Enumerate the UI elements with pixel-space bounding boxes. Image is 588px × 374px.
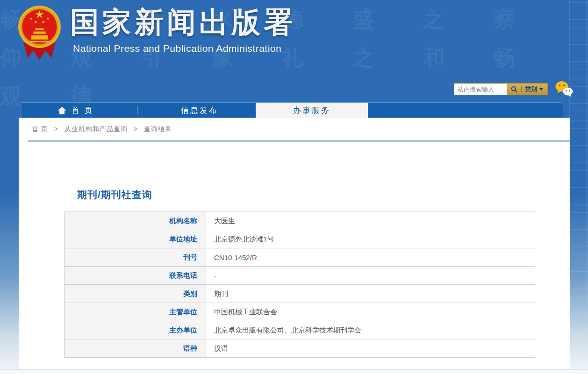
national-emblem-logo[interactable] bbox=[18, 2, 61, 62]
row-label: 主办单位 bbox=[65, 321, 206, 339]
search-button[interactable] bbox=[511, 86, 518, 93]
table-row: 类别 期刊 bbox=[65, 285, 535, 303]
category-dropdown[interactable]: 类别 bbox=[525, 85, 543, 93]
page-root: 畅 曲 之 水 德 盛 之 察 仰 观 引 豫 礼 之 和 畅 观 德 国家新闻… bbox=[0, 0, 588, 374]
page-title: 期刊/期刊社查询 bbox=[77, 188, 570, 201]
table-row: 单位地址 北京德外北沙滩1号 bbox=[65, 230, 535, 248]
table-row: 联系电话 - bbox=[65, 267, 535, 285]
row-label: 机构名称 bbox=[65, 212, 206, 230]
row-value: 汉语 bbox=[206, 339, 535, 358]
table-row: 语种 汉语 bbox=[65, 339, 535, 358]
content-panel: 首 页 > 从业机构和产品查询 > 查询结果 期刊/期刊社查询 机构名称 大医生… bbox=[19, 118, 570, 369]
row-value: 期刊 bbox=[206, 285, 535, 303]
nav-item-home[interactable]: 首 页 bbox=[57, 105, 94, 116]
search-input[interactable] bbox=[454, 84, 507, 95]
nav-item-news[interactable]: 信息发布 bbox=[181, 105, 218, 116]
table-row: 机构名称 大医生 bbox=[65, 212, 535, 230]
breadcrumb-underline bbox=[28, 141, 570, 141]
row-label: 语种 bbox=[65, 339, 206, 358]
site-title[interactable]: 国家新闻出版署 bbox=[70, 3, 296, 42]
right-edge-pattern bbox=[569, 0, 588, 322]
result-table: 机构名称 大医生 单位地址 北京德外北沙滩1号 刊号 CN10-1452/R 联… bbox=[64, 212, 535, 358]
table-row: 刊号 CN10-1452/R bbox=[65, 248, 535, 267]
nav-divider bbox=[137, 106, 137, 114]
nav-item-services[interactable]: 办事服务 bbox=[256, 103, 368, 118]
row-label: 联系电话 bbox=[65, 267, 206, 285]
row-value: 中国机械工业联合会 bbox=[206, 303, 535, 321]
wechat-icon[interactable] bbox=[554, 80, 574, 99]
site-subtitle: National Press and Publication Administr… bbox=[73, 43, 281, 54]
search-controls: 类别 bbox=[507, 84, 547, 95]
home-icon bbox=[57, 106, 66, 114]
site-search: 类别 bbox=[454, 83, 548, 95]
row-value: 北京德外北沙滩1号 bbox=[206, 230, 535, 248]
breadcrumb-home-link[interactable]: 首 页 bbox=[32, 125, 48, 133]
main-nav: 首 页 信息发布 办事服务 bbox=[22, 102, 563, 118]
row-label: 主管单位 bbox=[65, 303, 206, 321]
category-label: 类别 bbox=[525, 85, 537, 93]
row-value: - bbox=[206, 267, 535, 285]
row-value: 大医生 bbox=[206, 212, 535, 230]
table-row: 主办单位 北京卓众出版有限公司、北京科学技术期刊学会 bbox=[65, 321, 535, 339]
breadcrumb-query-link[interactable]: 从业机构和产品查询 bbox=[65, 125, 128, 133]
chevron-down-icon bbox=[539, 88, 543, 91]
search-divider bbox=[521, 86, 522, 92]
row-value: CN10-1452/R bbox=[206, 248, 535, 267]
breadcrumb-current: 查询结果 bbox=[144, 125, 172, 133]
row-value: 北京卓众出版有限公司、北京科学技术期刊学会 bbox=[206, 321, 535, 339]
magnifier-icon bbox=[511, 86, 518, 93]
footer-strip bbox=[0, 369, 588, 374]
breadcrumb: 首 页 > 从业机构和产品查询 > 查询结果 bbox=[19, 118, 570, 134]
nav-home-label: 首 页 bbox=[72, 105, 94, 116]
row-label: 单位地址 bbox=[65, 230, 206, 248]
breadcrumb-separator: > bbox=[134, 125, 138, 133]
row-label: 类别 bbox=[65, 285, 206, 303]
row-label: 刊号 bbox=[65, 248, 206, 267]
breadcrumb-separator: > bbox=[54, 125, 58, 133]
table-row: 主管单位 中国机械工业联合会 bbox=[65, 303, 535, 321]
